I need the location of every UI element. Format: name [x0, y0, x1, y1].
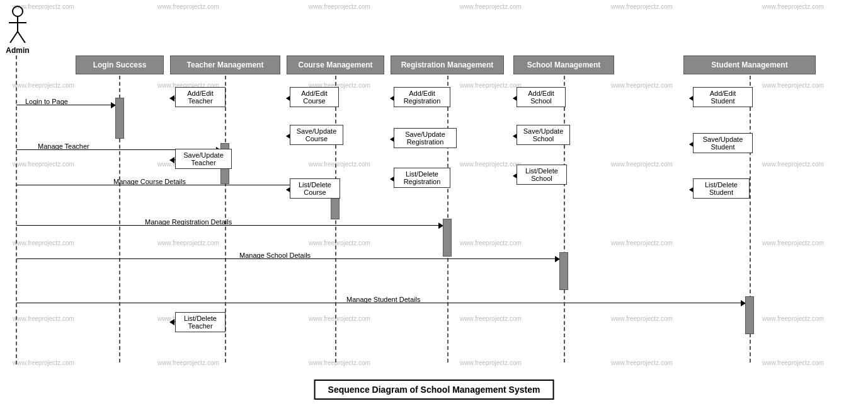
note-list-delete-student: List/Delete Student: [693, 178, 750, 199]
actor-label: Admin: [5, 46, 30, 55]
actor-lifeline: [16, 55, 17, 364]
actor-admin: Admin: [5, 5, 30, 55]
label-login-to-page: Login to Page: [25, 98, 68, 105]
note-save-update-school: Save/Update School: [517, 125, 570, 145]
label-manage-school: Manage School Details: [239, 252, 311, 259]
diagram-title: Sequence Diagram of School Management Sy…: [314, 380, 554, 400]
note-add-edit-course: Add/Edit Course: [290, 87, 339, 107]
watermark: www.freeprojectz.com: [762, 315, 824, 322]
note-add-edit-school: Add/Edit School: [517, 87, 566, 107]
watermark: www.freeprojectz.com: [13, 359, 74, 366]
svg-point-0: [13, 6, 23, 16]
watermark: www.freeprojectz.com: [13, 315, 74, 322]
note-save-update-student: Save/Update Student: [693, 133, 753, 153]
watermark: www.freeprojectz.com: [309, 359, 370, 366]
watermark: www.freeprojectz.com: [309, 315, 370, 322]
note-save-update-teacher: Save/Update Teacher: [175, 149, 232, 169]
note-list-delete-course: List/Delete Course: [290, 178, 340, 199]
watermark: www.freeprojectz.com: [309, 240, 370, 246]
label-manage-teacher: Manage Teacher: [38, 142, 89, 150]
watermark: www.freeprojectz.com: [611, 3, 673, 10]
label-manage-student: Manage Student Details: [346, 296, 420, 303]
lifeline-registration: Registration Management: [391, 55, 504, 74]
watermark: www.freeprojectz.com: [309, 161, 370, 168]
watermark: www.freeprojectz.com: [762, 3, 824, 10]
activation-student: [745, 296, 754, 334]
watermark: www.freeprojectz.com: [611, 82, 673, 89]
svg-line-3: [10, 32, 18, 43]
watermark: www.freeprojectz.com: [611, 359, 673, 366]
watermark: www.freeprojectz.com: [13, 161, 74, 168]
watermark: www.freeprojectz.com: [157, 240, 219, 246]
note-add-edit-teacher: Add/Edit Teacher: [175, 87, 226, 107]
lifeline-teacher: Teacher Management: [170, 55, 280, 74]
watermark: www.freeprojectz.com: [460, 315, 522, 322]
watermark: www.freeprojectz.com: [157, 359, 219, 366]
watermark: www.freeprojectz.com: [611, 240, 673, 246]
watermark: www.freeprojectz.com: [13, 240, 74, 246]
watermark: www.freeprojectz.com: [460, 82, 522, 89]
activation-registration: [443, 219, 452, 257]
note-save-update-registration: Save/Update Registration: [394, 128, 457, 148]
watermark: www.freeprojectz.com: [460, 359, 522, 366]
lifeline-line-school: [564, 76, 565, 362]
note-save-update-course: Save/Update Course: [290, 125, 343, 145]
watermark: www.freeprojectz.com: [762, 161, 824, 168]
note-add-edit-registration: Add/Edit Registration: [394, 87, 450, 107]
watermark: www.freeprojectz.com: [762, 240, 824, 246]
lifeline-student: Student Management: [683, 55, 816, 74]
activation-school: [559, 252, 568, 290]
activation-login: [115, 98, 124, 139]
watermark: www.freeprojectz.com: [762, 82, 824, 89]
watermark: www.freeprojectz.com: [309, 3, 370, 10]
watermark: www.freeprojectz.com: [762, 359, 824, 366]
lifeline-login: Login Success: [76, 55, 164, 74]
svg-line-4: [18, 32, 25, 43]
note-list-delete-registration: List/Delete Registration: [394, 168, 450, 188]
note-list-delete-school: List/Delete School: [517, 165, 567, 185]
watermark: www.freeprojectz.com: [460, 3, 522, 10]
watermark: www.freeprojectz.com: [157, 3, 219, 10]
lifeline-course: Course Management: [287, 55, 384, 74]
note-add-edit-student: Add/Edit Student: [693, 87, 753, 107]
watermark: www.freeprojectz.com: [460, 240, 522, 246]
watermark: www.freeprojectz.com: [460, 161, 522, 168]
watermark: www.freeprojectz.com: [13, 82, 74, 89]
watermark: www.freeprojectz.com: [611, 161, 673, 168]
note-list-delete-teacher: List/Delete Teacher: [175, 312, 226, 332]
watermark: www.freeprojectz.com: [611, 315, 673, 322]
label-manage-course: Manage Course Details: [113, 178, 186, 185]
lifeline-school: School Management: [513, 55, 614, 74]
label-manage-registration: Manage Registration Details: [145, 218, 232, 226]
